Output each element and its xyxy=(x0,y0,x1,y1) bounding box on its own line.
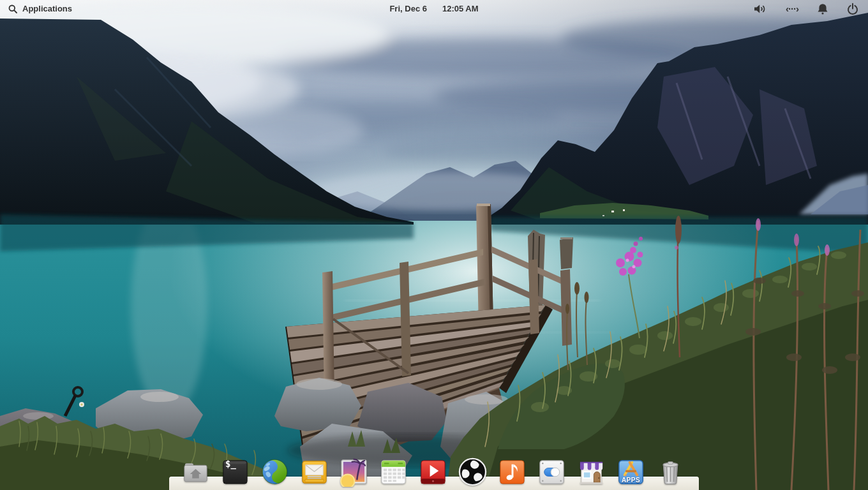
mail-envelope-icon xyxy=(299,457,329,487)
dock-item-web-browser[interactable] xyxy=(260,457,290,487)
desktop: Applications Fri, Dec 6 12:05 AM ‹···› xyxy=(0,0,868,490)
music-note-icon xyxy=(497,457,527,487)
session-indicator[interactable] xyxy=(847,0,858,17)
search-icon xyxy=(8,4,18,14)
dock-item-obs-studio[interactable] xyxy=(458,457,488,487)
dock-item-appcenter[interactable] xyxy=(576,457,606,487)
wallpaper-fjord-jetty xyxy=(0,0,868,490)
apps-badge-text: APPS xyxy=(616,477,646,484)
dock-item-apps[interactable]: APPS xyxy=(616,457,646,487)
globe-browser-icon xyxy=(260,457,290,487)
bell-icon xyxy=(817,3,828,15)
dock-item-files[interactable] xyxy=(181,457,211,487)
dock-item-trash[interactable] xyxy=(655,457,685,487)
sound-indicator[interactable] xyxy=(753,0,767,17)
calendar-grid-icon xyxy=(378,457,408,487)
files-folder-icon xyxy=(181,457,211,487)
power-icon xyxy=(847,3,858,15)
terminal-prompt-glyph: $_ xyxy=(225,459,236,468)
photos-sunset-palm-icon xyxy=(339,457,369,487)
wired-network-icon: ‹···› xyxy=(786,0,798,17)
notifications-indicator[interactable] xyxy=(817,0,828,17)
applications-menu[interactable]: Applications xyxy=(8,0,72,17)
dock-item-calendar[interactable] xyxy=(378,457,408,487)
dock-item-terminal[interactable]: $_ xyxy=(220,457,250,487)
network-indicator[interactable]: ‹···› xyxy=(786,0,798,17)
trash-can-icon xyxy=(655,457,685,487)
indicator-area: ‹···› xyxy=(753,0,858,17)
panel-time: 12:05 AM xyxy=(442,4,479,13)
speaker-volume-icon xyxy=(753,3,767,15)
dock-item-music[interactable] xyxy=(497,457,527,487)
applications-label: Applications xyxy=(22,4,72,13)
dock-icons: $_ xyxy=(181,457,685,487)
dock-item-videos[interactable] xyxy=(418,457,448,487)
dock: $_ xyxy=(169,477,699,490)
toggle-switchboard-icon xyxy=(537,457,567,487)
storefront-icon xyxy=(576,457,606,487)
dock-item-system-settings[interactable] xyxy=(537,457,567,487)
panel-date: Fri, Dec 6 xyxy=(389,4,427,13)
dock-item-photos[interactable] xyxy=(339,457,369,487)
datetime-indicator[interactable]: Fri, Dec 6 12:05 AM xyxy=(389,0,478,17)
obs-swirl-icon xyxy=(458,457,488,487)
video-player-icon xyxy=(418,457,448,487)
dock-item-mail[interactable] xyxy=(299,457,329,487)
top-panel: Applications Fri, Dec 6 12:05 AM ‹···› xyxy=(0,0,868,17)
